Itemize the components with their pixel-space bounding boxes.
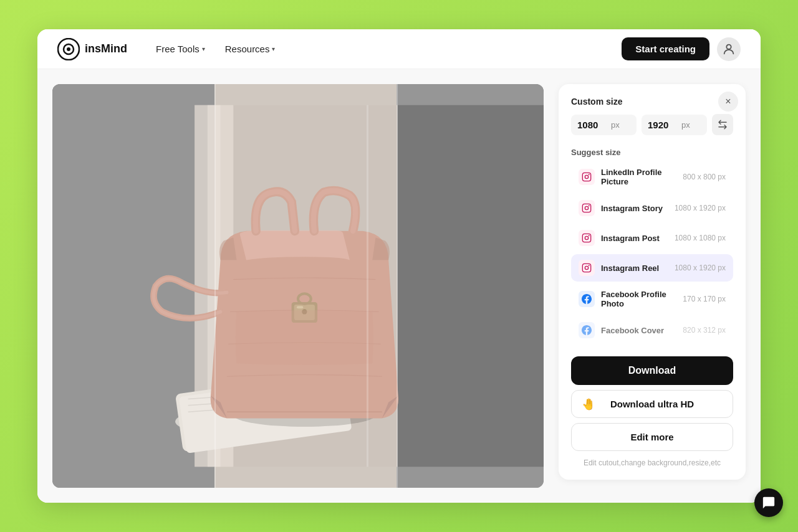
instagram-story-icon (579, 200, 595, 216)
px-label-height: px (681, 120, 690, 130)
fb-cover-dims: 820 x 312 px (683, 326, 726, 335)
edit-more-button[interactable]: Edit more (571, 423, 733, 451)
main-content: × Custom size px px (37, 69, 761, 503)
swap-icon (717, 119, 728, 130)
divider-right (397, 84, 398, 488)
height-input[interactable] (648, 120, 679, 130)
facebook-cover-icon (579, 322, 595, 338)
chat-icon (762, 496, 776, 510)
svg-rect-6 (398, 105, 544, 467)
chevron-down-icon: ▾ (202, 45, 205, 52)
ig-reel-dims: 1080 x 1920 px (675, 264, 726, 272)
size-item-fb-profile[interactable]: Facebook Profile Photo 170 x 170 px (571, 284, 733, 314)
fb-profile-name: Facebook Profile Photo (601, 290, 676, 308)
svg-point-34 (589, 265, 590, 266)
ig-post-dims: 1080 x 1080 px (675, 234, 726, 242)
ig-reel-name: Instagram Reel (601, 264, 668, 273)
cursor-hand-icon: 🤚 (582, 397, 595, 411)
start-creating-button[interactable]: Start creating (622, 37, 709, 60)
width-input-group: px (571, 115, 637, 135)
nav-resources[interactable]: Resources ▾ (216, 39, 284, 59)
user-avatar-button[interactable] (717, 37, 741, 61)
svg-point-25 (589, 174, 590, 175)
divider-left (214, 84, 216, 488)
logo-icon (57, 38, 80, 60)
ig-story-dims: 1080 x 1920 px (675, 204, 726, 212)
svg-point-33 (585, 266, 588, 269)
logo-text: insMind (85, 42, 127, 55)
svg-point-3 (726, 44, 731, 49)
custom-size-row: px px (571, 114, 733, 135)
download-button[interactable]: Download (571, 356, 733, 385)
svg-point-28 (589, 205, 590, 206)
svg-point-30 (585, 236, 588, 239)
instagram-post-icon (579, 230, 595, 246)
custom-size-label: Custom size (571, 97, 733, 107)
nav-links: Free Tools ▾ Resources ▾ (147, 39, 622, 59)
image-panel (52, 84, 544, 488)
download-section: Download 🤚 Download ultra HD Edit more E… (571, 356, 733, 467)
suggest-size-label: Suggest size (571, 148, 733, 157)
fb-profile-dims: 170 x 170 px (683, 295, 726, 303)
download-hd-button[interactable]: 🤚 Download ultra HD (571, 390, 733, 418)
app-window: insMind Free Tools ▾ Resources ▾ Start c… (37, 29, 761, 503)
chevron-down-icon: ▾ (272, 45, 275, 52)
right-panel: × Custom size px px (559, 84, 746, 480)
edit-hint: Edit cutout,change background,resize,etc (571, 458, 733, 467)
svg-rect-20 (297, 306, 303, 308)
svg-rect-26 (582, 204, 590, 212)
instagram-reel-icon (579, 260, 595, 276)
size-list: LinkedIn Profile Picture 800 x 800 px In… (571, 162, 733, 344)
svg-rect-32 (582, 264, 590, 272)
swap-dimensions-button[interactable] (712, 114, 733, 135)
px-label-width: px (611, 120, 620, 130)
linkedin-name: LinkedIn Profile Picture (601, 168, 676, 186)
fb-cover-name: Facebook Cover (601, 326, 676, 335)
svg-point-24 (585, 175, 588, 178)
size-item-ig-story[interactable]: Instagram Story 1080 x 1920 px (571, 194, 733, 222)
facebook-profile-icon (579, 291, 595, 307)
svg-point-27 (585, 206, 588, 209)
ig-post-name: Instagram Post (601, 234, 668, 243)
close-button[interactable]: × (718, 92, 738, 112)
bag-image (52, 84, 544, 488)
navbar: insMind Free Tools ▾ Resources ▾ Start c… (37, 29, 761, 69)
height-input-group: px (642, 115, 707, 135)
ig-story-name: Instagram Story (601, 204, 668, 213)
logo-area[interactable]: insMind (57, 38, 127, 60)
linkedin-icon (579, 169, 595, 185)
size-item-ig-reel[interactable]: Instagram Reel 1080 x 1920 px (571, 254, 733, 282)
linkedin-dims: 800 x 800 px (683, 173, 726, 181)
size-item-ig-post[interactable]: Instagram Post 1080 x 1080 px (571, 224, 733, 252)
svg-rect-22 (367, 105, 368, 467)
svg-point-2 (67, 47, 70, 51)
size-item-linkedin[interactable]: LinkedIn Profile Picture 800 x 800 px (571, 162, 733, 192)
chat-bubble-button[interactable] (754, 488, 783, 517)
width-input[interactable] (577, 120, 608, 130)
size-item-fb-cover[interactable]: Facebook Cover 820 x 312 px (571, 316, 733, 344)
user-icon (722, 42, 736, 56)
nav-free-tools[interactable]: Free Tools ▾ (147, 39, 214, 59)
nav-right: Start creating (622, 37, 741, 61)
svg-rect-23 (582, 173, 590, 181)
svg-rect-29 (582, 234, 590, 242)
svg-point-31 (589, 235, 590, 236)
